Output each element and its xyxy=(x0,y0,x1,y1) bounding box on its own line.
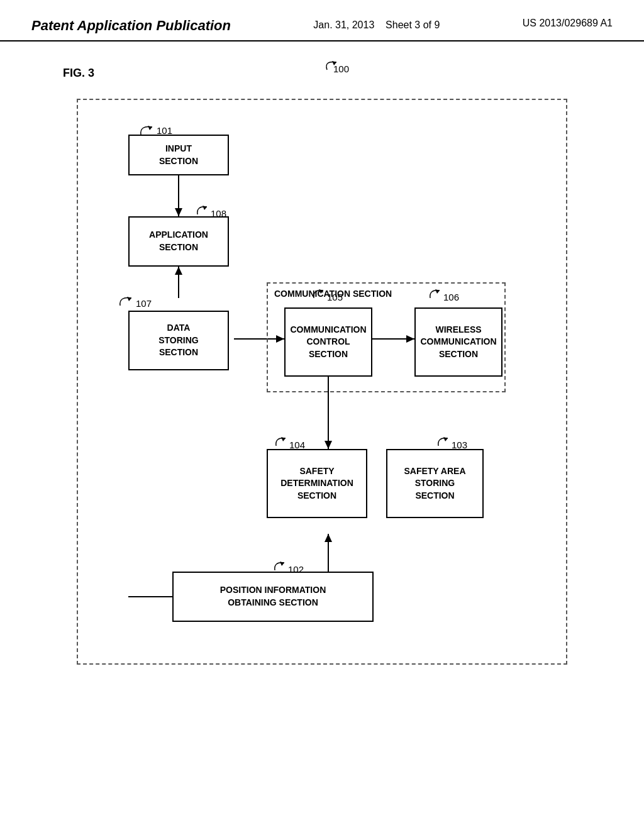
date-sheet-info: Jan. 31, 2013 Sheet 3 of 9 xyxy=(313,18,440,33)
svg-marker-4 xyxy=(175,267,182,275)
svg-marker-24 xyxy=(443,437,448,441)
svg-marker-21 xyxy=(319,289,323,294)
input-section-box: INPUT SECTION xyxy=(128,135,229,175)
ref-106: 106 xyxy=(427,292,459,302)
safety-determination-box: SAFETY DETERMINATION SECTION xyxy=(267,449,367,518)
publication-title: Patent Application Publication xyxy=(31,18,231,34)
date-label: Jan. 31, 2013 xyxy=(313,19,374,30)
svg-marker-25 xyxy=(280,562,284,566)
ref-107: 107 xyxy=(117,298,152,309)
svg-marker-0 xyxy=(332,61,336,65)
main-content: FIG. 3 100 xyxy=(0,42,644,690)
data-storing-box: DATA STORING SECTION xyxy=(128,311,229,370)
position-info-box: POSITION INFORMATION OBTAINING SECTION xyxy=(172,572,374,622)
comm-control-box: COMMUNICATION CONTROL SECTION xyxy=(284,307,372,377)
outer-system-box: 101 INPUT SECTION 108 APPLICATION SECTIO… xyxy=(77,99,567,665)
svg-marker-18 xyxy=(148,126,152,130)
page-header: Patent Application Publication Jan. 31, … xyxy=(0,0,644,42)
svg-marker-19 xyxy=(203,206,207,210)
svg-marker-22 xyxy=(435,289,440,294)
svg-marker-15 xyxy=(325,534,332,542)
sheet-label: Sheet 3 of 9 xyxy=(386,19,440,30)
ref-105: 105 xyxy=(311,292,343,302)
wireless-comm-box: WIRELESS COMMUNICATION SECTION xyxy=(414,307,502,377)
application-section-box: APPLICATION SECTION xyxy=(128,216,229,267)
safety-area-box: SAFETY AREA STORING SECTION xyxy=(386,449,484,518)
svg-marker-10 xyxy=(325,441,332,449)
svg-marker-20 xyxy=(127,297,131,301)
publication-number: US 2013/029689 A1 xyxy=(523,18,613,29)
figure-label: FIG. 3 xyxy=(63,67,94,80)
svg-marker-2 xyxy=(175,208,182,216)
svg-marker-23 xyxy=(281,437,286,441)
